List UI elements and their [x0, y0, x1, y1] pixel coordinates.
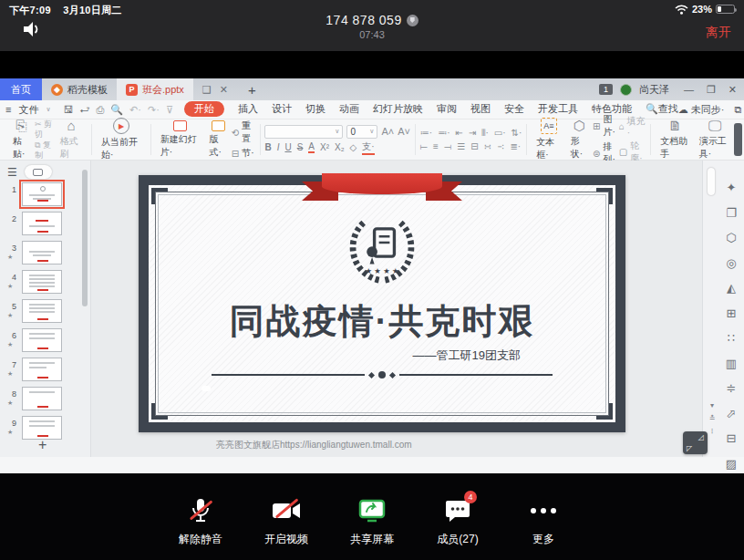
menu-tab-review[interactable]: 审阅: [437, 102, 457, 117]
slide-canvas[interactable]: ★ ★ ★ ★ 同战疫情·共克时艰 ——管工研19团支部: [139, 175, 625, 432]
align-left-icon[interactable]: ⟝: [420, 141, 428, 152]
bullets-icon[interactable]: ≔·: [420, 128, 432, 139]
align-center-icon[interactable]: ≡: [433, 141, 439, 152]
adjust-sliders-icon[interactable]: ≑: [722, 381, 740, 395]
slide-thumbnail-2[interactable]: 2: [0, 212, 91, 237]
align-middle-icon[interactable]: ∹: [497, 141, 504, 152]
image-panel-icon[interactable]: ▨: [722, 457, 740, 471]
layers-icon[interactable]: ❐: [722, 206, 740, 220]
add-slide-button[interactable]: +: [38, 437, 46, 453]
format-painter-button[interactable]: ⌂格式刷: [56, 119, 87, 161]
shapes-panel-icon[interactable]: ⬡: [722, 231, 740, 244]
canvas-scrollbar[interactable]: [708, 168, 715, 195]
outdent-icon[interactable]: ⇤: [455, 128, 462, 139]
share-button[interactable]: ⧉ 分享: [734, 103, 744, 117]
slide-thumbnail-5[interactable]: 5 ★: [0, 299, 91, 325]
shapes-button[interactable]: ⬡形状·: [566, 119, 593, 161]
seal-icon[interactable]: ◎: [722, 256, 740, 270]
share-screen-button[interactable]: 共享屏幕: [346, 497, 398, 547]
notification-badge[interactable]: 1: [599, 84, 613, 95]
bold-button[interactable]: B: [264, 142, 271, 152]
menu-tab-devtools[interactable]: 开发工具: [538, 102, 578, 117]
window-minimize-button[interactable]: —: [684, 84, 694, 96]
copy-button[interactable]: ⧉ 复制: [35, 140, 56, 161]
strikethrough-button[interactable]: S: [297, 142, 304, 152]
page-down-icon[interactable]: ⁝: [707, 427, 718, 435]
line-spacing-icon[interactable]: ⫴·: [481, 128, 489, 139]
font-size-select[interactable]: 0∨: [346, 125, 377, 139]
effects-icon[interactable]: ✦: [722, 181, 740, 194]
increase-font-icon[interactable]: A˄: [381, 126, 394, 137]
find-button[interactable]: 🔍查找: [646, 102, 678, 117]
toolbar-more-icon[interactable]: ⊽: [166, 104, 173, 116]
tab-home[interactable]: 首页: [0, 78, 42, 100]
print-icon[interactable]: ⎙: [97, 104, 105, 116]
section-button[interactable]: ⊟节·: [232, 147, 255, 160]
chart-panel-icon[interactable]: ▥: [722, 357, 740, 370]
columns-icon[interactable]: ⇅·: [512, 128, 522, 139]
menu-tab-slideshow[interactable]: 幻灯片放映: [373, 102, 423, 117]
menu-tab-start[interactable]: 开始: [184, 101, 224, 117]
distribute-icon[interactable]: ⊟: [470, 141, 478, 152]
font-color-button[interactable]: A: [308, 141, 315, 153]
cut-button[interactable]: ✂ 剪切: [35, 119, 56, 140]
menu-tab-design[interactable]: 设计: [272, 102, 292, 117]
justify-icon[interactable]: ☰: [457, 141, 465, 152]
prev-slide-icon[interactable]: ▾: [707, 401, 718, 410]
align-top-icon[interactable]: ∺: [484, 141, 491, 152]
pyramid-icon[interactable]: ◭: [722, 281, 740, 295]
user-name[interactable]: 尚天泽: [639, 83, 669, 97]
menu-tab-transition[interactable]: 切换: [305, 102, 326, 117]
slide-thumbnail-7[interactable]: 7 ★: [0, 358, 91, 383]
slide-thumbnail-8[interactable]: 8 ★: [0, 387, 91, 412]
page-up-icon[interactable]: ≛: [707, 414, 718, 422]
decrease-font-icon[interactable]: A˅: [398, 126, 410, 137]
touch-mode-handle[interactable]: [683, 431, 708, 454]
doc-assistant-button[interactable]: 🗎文档助手: [656, 119, 695, 161]
redo-icon[interactable]: ↷·: [148, 104, 160, 116]
tab-message-icon[interactable]: ❑: [202, 84, 212, 96]
slide-thumbnail-4[interactable]: 4 ★: [0, 270, 91, 296]
output-icon[interactable]: ⮐: [80, 104, 90, 116]
unmute-button[interactable]: 解除静音: [174, 497, 227, 547]
align-bottom-icon[interactable]: ≣·: [510, 141, 521, 152]
table-panel-icon[interactable]: ⊞: [722, 306, 740, 320]
underline-button[interactable]: U: [284, 142, 291, 152]
leave-meeting-button[interactable]: 离开: [706, 25, 731, 41]
tab-presentation-file[interactable]: P 班会.pptx: [117, 78, 193, 100]
textbox-button[interactable]: A≡文本框·: [532, 118, 566, 161]
reset-button[interactable]: ⟲重置: [232, 119, 255, 145]
font-name-select[interactable]: ∨: [264, 125, 343, 139]
slide-thumbnail-1[interactable]: 1: [0, 182, 91, 208]
tab-docer-templates[interactable]: ◆ 稻壳模板: [42, 78, 117, 100]
screen-panel-icon[interactable]: ⊟: [722, 431, 740, 445]
new-slide-button[interactable]: 新建幻灯片·: [156, 120, 205, 159]
outline-view-icon[interactable]: ☰: [7, 166, 17, 179]
more-button[interactable]: 更多: [517, 497, 570, 547]
menu-tab-view[interactable]: 视图: [470, 102, 491, 117]
paste-button[interactable]: ⎘粘贴·: [8, 119, 35, 161]
export-icon[interactable]: ⬀: [722, 407, 740, 420]
play-from-current-button[interactable]: ▶从当前开始·: [97, 118, 146, 161]
align-right-icon[interactable]: ⟞: [444, 141, 451, 152]
text-tool-button[interactable]: 支·: [362, 140, 374, 155]
panel-scrollbar[interactable]: [82, 170, 88, 306]
subscript-button[interactable]: X₂: [335, 142, 345, 152]
clear-format-icon[interactable]: ◇: [350, 142, 357, 152]
new-tab-button[interactable]: +: [237, 78, 267, 100]
presentation-tools-button[interactable]: 🖵演示工具·: [695, 119, 736, 161]
window-close-button[interactable]: ✕: [728, 84, 737, 96]
italic-button[interactable]: I: [277, 142, 280, 152]
superscript-button[interactable]: X²: [320, 142, 329, 152]
meeting-info[interactable]: 174 878 059 07:43: [0, 13, 744, 40]
slide-thumbnail-6[interactable]: 6 ★: [0, 328, 91, 354]
start-video-button[interactable]: 开启视频: [260, 497, 313, 547]
menu-tab-animation[interactable]: 动画: [339, 102, 359, 117]
user-avatar[interactable]: [620, 84, 632, 96]
fill-button[interactable]: ⌂填充·: [619, 115, 646, 138]
cloud-sync-status[interactable]: ☁ 未同步·: [678, 103, 725, 117]
save-icon[interactable]: 🖫: [64, 104, 74, 116]
menu-tab-security[interactable]: 安全: [504, 102, 524, 117]
slide-view-toggle[interactable]: [25, 165, 52, 179]
numbering-icon[interactable]: ≕·: [438, 128, 450, 139]
